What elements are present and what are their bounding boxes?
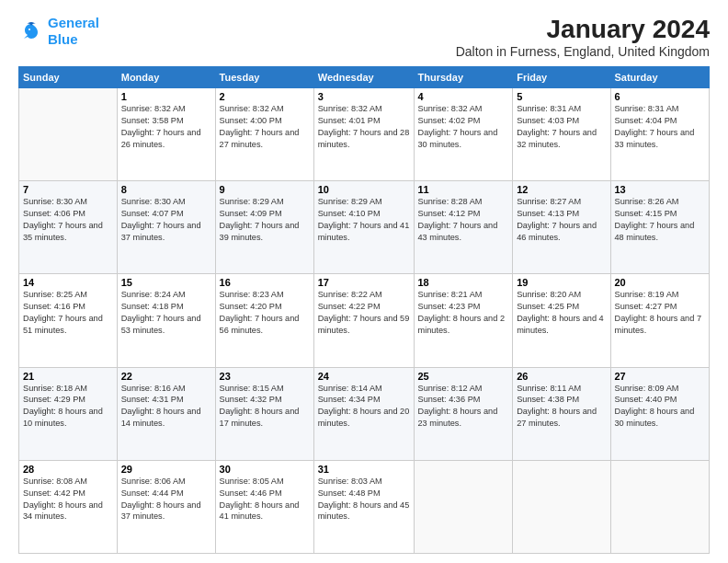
day-number: 26 [517, 371, 606, 382]
day-info: Sunrise: 8:16 AMSunset: 4:31 PMDaylight:… [121, 383, 211, 431]
day-info: Sunrise: 8:31 AMSunset: 4:03 PMDaylight:… [517, 103, 606, 151]
logo: General Blue [18, 15, 99, 48]
svg-point-0 [28, 29, 30, 30]
day-info: Sunrise: 8:20 AMSunset: 4:25 PMDaylight:… [517, 289, 606, 337]
day-number: 23 [220, 371, 310, 382]
day-number: 3 [318, 91, 410, 102]
day-info: Sunrise: 8:03 AMSunset: 4:48 PMDaylight:… [318, 476, 410, 523]
calendar-cell: 16 Sunrise: 8:23 AMSunset: 4:20 PMDaylig… [215, 274, 313, 367]
calendar-cell: 31 Sunrise: 8:03 AMSunset: 4:48 PMDaylig… [313, 460, 414, 553]
calendar-table: Sunday Monday Tuesday Wednesday Thursday… [18, 66, 710, 554]
calendar-cell: 20 Sunrise: 8:19 AMSunset: 4:27 PMDaylig… [610, 274, 710, 367]
day-number: 2 [220, 91, 310, 102]
calendar-cell [610, 460, 710, 553]
day-info: Sunrise: 8:05 AMSunset: 4:46 PMDaylight:… [220, 476, 310, 523]
day-number: 10 [318, 184, 410, 195]
header-wednesday: Wednesday [313, 67, 414, 88]
day-number: 4 [418, 91, 509, 102]
header-friday: Friday [513, 67, 610, 88]
day-info: Sunrise: 8:32 AMSunset: 4:01 PMDaylight:… [318, 103, 410, 151]
day-number: 29 [121, 464, 211, 475]
calendar-cell: 12 Sunrise: 8:27 AMSunset: 4:13 PMDaylig… [513, 181, 610, 274]
page: General Blue January 2024 Dalton in Furn… [0, 0, 728, 563]
day-info: Sunrise: 8:12 AMSunset: 4:36 PMDaylight:… [418, 383, 509, 431]
day-number: 15 [121, 277, 211, 288]
calendar-cell [414, 460, 513, 553]
day-number: 18 [418, 277, 509, 288]
day-number: 25 [418, 371, 509, 382]
calendar-row: 1 Sunrise: 8:32 AMSunset: 3:58 PMDayligh… [19, 88, 710, 181]
day-number: 1 [121, 91, 211, 102]
day-number: 16 [220, 277, 310, 288]
day-number: 11 [418, 184, 509, 195]
title-block: January 2024 Dalton in Furness, England,… [456, 15, 710, 59]
day-number: 14 [23, 277, 113, 288]
calendar-cell: 27 Sunrise: 8:09 AMSunset: 4:40 PMDaylig… [610, 367, 710, 460]
day-number: 21 [23, 371, 113, 382]
day-info: Sunrise: 8:30 AMSunset: 4:07 PMDaylight:… [121, 196, 211, 244]
day-info: Sunrise: 8:31 AMSunset: 4:04 PMDaylight:… [615, 103, 706, 151]
header-sunday: Sunday [19, 67, 118, 88]
calendar-cell: 5 Sunrise: 8:31 AMSunset: 4:03 PMDayligh… [513, 88, 610, 181]
day-info: Sunrise: 8:08 AMSunset: 4:42 PMDaylight:… [23, 476, 113, 523]
calendar-cell: 23 Sunrise: 8:15 AMSunset: 4:32 PMDaylig… [215, 367, 313, 460]
day-info: Sunrise: 8:29 AMSunset: 4:10 PMDaylight:… [318, 196, 410, 244]
day-number: 27 [615, 371, 706, 382]
day-number: 22 [121, 371, 211, 382]
calendar-row: 7 Sunrise: 8:30 AMSunset: 4:06 PMDayligh… [19, 181, 710, 274]
calendar-cell: 26 Sunrise: 8:11 AMSunset: 4:38 PMDaylig… [513, 367, 610, 460]
calendar-cell: 15 Sunrise: 8:24 AMSunset: 4:18 PMDaylig… [117, 274, 215, 367]
day-number: 7 [23, 184, 113, 195]
day-info: Sunrise: 8:25 AMSunset: 4:16 PMDaylight:… [23, 289, 113, 337]
calendar-cell: 14 Sunrise: 8:25 AMSunset: 4:16 PMDaylig… [19, 274, 118, 367]
day-number: 6 [615, 91, 706, 102]
day-info: Sunrise: 8:23 AMSunset: 4:20 PMDaylight:… [220, 289, 310, 337]
day-number: 8 [121, 184, 211, 195]
day-number: 31 [318, 464, 410, 475]
day-number: 28 [23, 464, 113, 475]
calendar-cell: 10 Sunrise: 8:29 AMSunset: 4:10 PMDaylig… [313, 181, 414, 274]
header-thursday: Thursday [414, 67, 513, 88]
day-info: Sunrise: 8:14 AMSunset: 4:34 PMDaylight:… [318, 383, 410, 431]
calendar-cell: 21 Sunrise: 8:18 AMSunset: 4:29 PMDaylig… [19, 367, 118, 460]
calendar-cell: 7 Sunrise: 8:30 AMSunset: 4:06 PMDayligh… [19, 181, 118, 274]
day-info: Sunrise: 8:06 AMSunset: 4:44 PMDaylight:… [121, 476, 211, 523]
calendar-cell: 22 Sunrise: 8:16 AMSunset: 4:31 PMDaylig… [117, 367, 215, 460]
day-number: 5 [517, 91, 606, 102]
header-saturday: Saturday [610, 67, 710, 88]
day-number: 19 [517, 277, 606, 288]
day-number: 13 [615, 184, 706, 195]
day-number: 20 [615, 277, 706, 288]
header-row: Sunday Monday Tuesday Wednesday Thursday… [19, 67, 710, 88]
calendar-cell: 25 Sunrise: 8:12 AMSunset: 4:36 PMDaylig… [414, 367, 513, 460]
header-tuesday: Tuesday [215, 67, 313, 88]
day-number: 30 [220, 464, 310, 475]
calendar-cell: 3 Sunrise: 8:32 AMSunset: 4:01 PMDayligh… [313, 88, 414, 181]
day-info: Sunrise: 8:29 AMSunset: 4:09 PMDaylight:… [220, 196, 310, 244]
day-info: Sunrise: 8:11 AMSunset: 4:38 PMDaylight:… [517, 383, 606, 431]
calendar-cell: 8 Sunrise: 8:30 AMSunset: 4:07 PMDayligh… [117, 181, 215, 274]
day-info: Sunrise: 8:32 AMSunset: 4:00 PMDaylight:… [220, 103, 310, 151]
header: General Blue January 2024 Dalton in Furn… [18, 15, 710, 59]
calendar-cell: 13 Sunrise: 8:26 AMSunset: 4:15 PMDaylig… [610, 181, 710, 274]
calendar-cell: 30 Sunrise: 8:05 AMSunset: 4:46 PMDaylig… [215, 460, 313, 553]
calendar-row: 28 Sunrise: 8:08 AMSunset: 4:42 PMDaylig… [19, 460, 710, 553]
header-monday: Monday [117, 67, 215, 88]
day-info: Sunrise: 8:19 AMSunset: 4:27 PMDaylight:… [615, 289, 706, 337]
logo-icon [18, 18, 44, 44]
day-number: 12 [517, 184, 606, 195]
calendar-row: 14 Sunrise: 8:25 AMSunset: 4:16 PMDaylig… [19, 274, 710, 367]
day-info: Sunrise: 8:27 AMSunset: 4:13 PMDaylight:… [517, 196, 606, 244]
calendar-cell: 1 Sunrise: 8:32 AMSunset: 3:58 PMDayligh… [117, 88, 215, 181]
calendar-cell: 19 Sunrise: 8:20 AMSunset: 4:25 PMDaylig… [513, 274, 610, 367]
day-info: Sunrise: 8:26 AMSunset: 4:15 PMDaylight:… [615, 196, 706, 244]
day-info: Sunrise: 8:32 AMSunset: 4:02 PMDaylight:… [418, 103, 509, 151]
calendar-cell: 11 Sunrise: 8:28 AMSunset: 4:12 PMDaylig… [414, 181, 513, 274]
calendar-cell: 4 Sunrise: 8:32 AMSunset: 4:02 PMDayligh… [414, 88, 513, 181]
calendar-cell: 2 Sunrise: 8:32 AMSunset: 4:00 PMDayligh… [215, 88, 313, 181]
day-number: 9 [220, 184, 310, 195]
location-subtitle: Dalton in Furness, England, United Kingd… [456, 44, 710, 59]
calendar-cell [19, 88, 118, 181]
calendar-cell: 9 Sunrise: 8:29 AMSunset: 4:09 PMDayligh… [215, 181, 313, 274]
day-info: Sunrise: 8:28 AMSunset: 4:12 PMDaylight:… [418, 196, 509, 244]
